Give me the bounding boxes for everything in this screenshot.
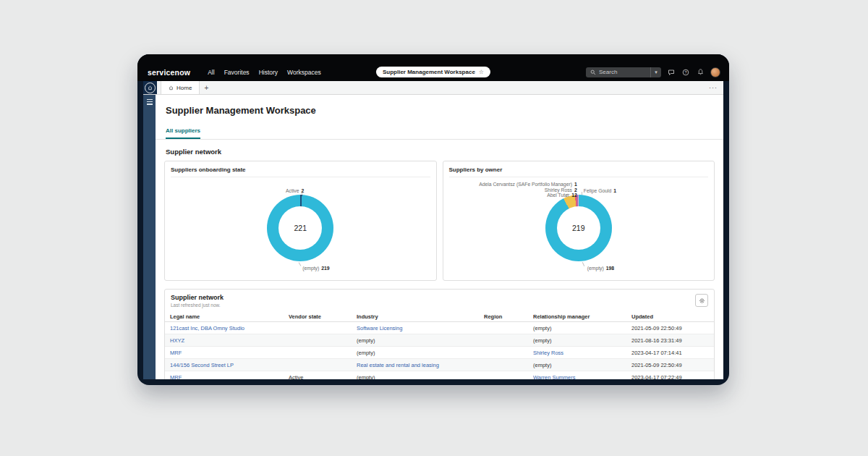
by-owner-donut-total: 219 xyxy=(545,195,612,261)
tab-strip: Home + ··· xyxy=(143,81,723,95)
help-icon[interactable]: ? xyxy=(681,68,690,77)
notifications-bell-icon[interactable] xyxy=(696,68,705,77)
home-tab-icon xyxy=(169,85,174,90)
table-cell: Shirley Ross xyxy=(533,350,631,356)
user-avatar[interactable] xyxy=(710,67,720,77)
column-header[interactable]: Industry xyxy=(357,313,484,320)
column-header[interactable]: Region xyxy=(484,313,533,320)
nav-item-all[interactable]: All xyxy=(208,69,214,76)
callout-line xyxy=(582,262,584,266)
tab-home[interactable]: Home xyxy=(161,81,200,94)
table-cell: (empty) xyxy=(533,337,631,344)
by-owner-left-callouts: Adela Cervantsz (SAFe Portfolio Manager)… xyxy=(479,182,577,198)
table-cell: 2021-05-09 22:50:49 xyxy=(631,325,714,332)
table-cell: 121cast Inc, DBA Omny Studio xyxy=(170,325,289,332)
tab-overflow-menu[interactable]: ··· xyxy=(709,81,723,94)
search-placeholder: Search xyxy=(599,69,617,75)
new-tab-button[interactable]: + xyxy=(200,81,213,94)
unified-nav-home-button[interactable] xyxy=(143,81,157,94)
supplier-network-list-card: Supplier network Last refreshed just now… xyxy=(164,289,715,379)
chart-callout-empty: (empty)198 xyxy=(587,266,614,271)
table-cell: (empty) xyxy=(357,350,484,356)
chart-callout-empty: (empty)219 xyxy=(302,266,329,271)
svg-text:?: ? xyxy=(684,69,686,74)
table-cell: 2021-05-09 22:50:49 xyxy=(631,362,714,368)
by-owner-donut[interactable]: 219 xyxy=(545,195,612,261)
column-header[interactable]: Vendor state xyxy=(289,313,357,320)
table-cell: Warren Summers xyxy=(533,374,631,380)
menu-icon[interactable] xyxy=(147,99,153,105)
table-row[interactable]: 121cast Inc, DBA Omny StudioSoftware Lic… xyxy=(165,322,714,334)
main-content: Supplier Management Workspace All suppli… xyxy=(156,95,723,379)
search-icon xyxy=(590,69,596,75)
record-link[interactable]: 144/156 Second Street LP xyxy=(170,362,234,368)
card-suppliers-onboarding-state: Suppliers onboarding state Active2 221 (… xyxy=(164,161,437,281)
record-link[interactable]: Warren Summers xyxy=(533,374,575,380)
record-link[interactable]: MRF xyxy=(170,374,182,380)
nav-item-workspaces[interactable]: Workspaces xyxy=(287,69,321,76)
table-cell: 144/156 Second Street LP xyxy=(170,362,289,368)
workspace-pill[interactable]: Supplier Management Workspace ☆ xyxy=(376,67,490,77)
table-cell: HXYZ xyxy=(170,337,289,344)
table-cell: Active xyxy=(289,374,357,380)
list-refresh-status: Last refreshed just now. xyxy=(171,303,224,308)
table-cell: 2023-04-17 07:14:41 xyxy=(631,350,714,356)
search-scope-dropdown[interactable]: ▾ xyxy=(650,67,661,77)
record-link[interactable]: MRF xyxy=(170,350,182,356)
search-input[interactable]: Search xyxy=(586,67,650,77)
card-title: Suppliers onboarding state xyxy=(171,161,430,177)
column-header[interactable]: Relationship manager xyxy=(533,313,631,320)
nav-item-favorites[interactable]: Favorites xyxy=(224,69,250,76)
table-row[interactable]: HXYZ(empty)(empty)2021-08-16 23:31:49 xyxy=(165,334,714,347)
left-sidebar xyxy=(143,95,156,379)
list-card-header: Supplier network Last refreshed just now… xyxy=(165,290,714,309)
nav-item-history[interactable]: History xyxy=(259,69,278,76)
table-cell: 2023-04-17 07:22:49 xyxy=(631,374,714,380)
record-link[interactable]: Real estate and rental and leasing xyxy=(357,362,439,368)
chat-icon[interactable] xyxy=(667,68,676,77)
card-title: Suppliers by owner xyxy=(449,161,709,177)
list-settings-button[interactable] xyxy=(695,294,708,307)
onboarding-donut-total: 221 xyxy=(267,195,333,261)
table-cell: MRF xyxy=(170,374,289,380)
record-link[interactable]: Software Licensing xyxy=(357,325,402,332)
table-row[interactable]: MRF(empty)Shirley Ross2023-04-17 07:14:4… xyxy=(165,347,714,359)
table-cell: 2021-08-16 23:31:49 xyxy=(631,337,714,344)
header-nav: AllFavoritesHistoryWorkspaces xyxy=(208,69,320,76)
card-suppliers-by-owner: Suppliers by owner Adela Cervantsz (SAFe… xyxy=(443,161,715,281)
header-right-cluster: Search ▾ ? xyxy=(586,67,720,77)
record-link[interactable]: 121cast Inc, DBA Omny Studio xyxy=(170,325,244,332)
chart-callout-felipe-gould: Felipe Gould1 xyxy=(584,188,616,193)
table-cell: MRF xyxy=(170,350,289,356)
record-link[interactable]: HXYZ xyxy=(170,337,184,344)
column-header[interactable]: Updated xyxy=(631,313,714,320)
top-header: servicenow AllFavoritesHistoryWorkspaces… xyxy=(137,54,729,81)
onboarding-donut[interactable]: 221 xyxy=(267,195,333,261)
workspace-pill-label: Supplier Management Workspace xyxy=(383,69,475,75)
page-subtabs: All suppliers xyxy=(156,122,723,140)
tab-home-label: Home xyxy=(176,85,192,91)
section-title: Supplier network xyxy=(166,148,713,156)
table-row[interactable]: 144/156 Second Street LPReal estate and … xyxy=(165,359,714,371)
page-title: Supplier Management Workspace xyxy=(166,105,713,116)
servicenow-logo: servicenow xyxy=(148,68,190,77)
table-row[interactable]: MRFActive(empty)Warren Summers2023-04-17… xyxy=(165,371,714,379)
home-circle-icon xyxy=(145,83,156,93)
table-cell: (empty) xyxy=(533,362,631,368)
global-search[interactable]: Search ▾ xyxy=(586,67,661,77)
callout-line xyxy=(299,262,302,266)
table-header-row: Legal nameVendor stateIndustryRegionRela… xyxy=(165,311,714,322)
chart-callout: Abel Tuter12 xyxy=(479,193,577,198)
record-link[interactable]: Shirley Ross xyxy=(533,350,563,356)
tab-all-suppliers[interactable]: All suppliers xyxy=(166,127,200,139)
table-body: 121cast Inc, DBA Omny StudioSoftware Lic… xyxy=(165,322,714,379)
table-cell: Software Licensing xyxy=(357,325,484,332)
app-window: servicenow AllFavoritesHistoryWorkspaces… xyxy=(137,54,729,385)
column-header[interactable]: Legal name xyxy=(170,313,289,320)
home-icon xyxy=(148,85,153,90)
chart-callout: Adela Cervantsz (SAFe Portfolio Manager)… xyxy=(479,182,577,187)
favorite-star-icon[interactable]: ☆ xyxy=(479,69,484,75)
list-title: Supplier network xyxy=(171,294,224,301)
chart-callout: Shirley Ross2 xyxy=(479,187,577,193)
settings-icon xyxy=(699,297,705,304)
